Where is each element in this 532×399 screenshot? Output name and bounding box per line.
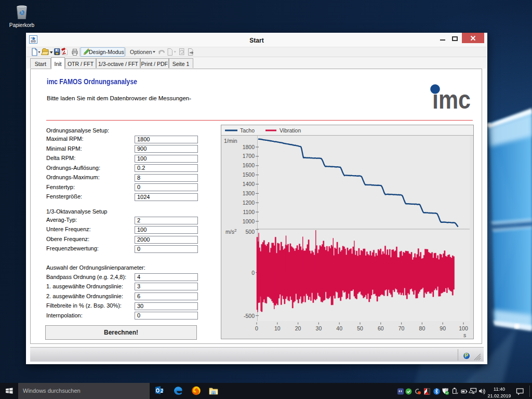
- svg-text:1300: 1300: [243, 190, 255, 196]
- svg-text:0: 0: [251, 270, 255, 276]
- svg-text:70: 70: [398, 325, 405, 331]
- svg-text:1800: 1800: [243, 144, 255, 150]
- svg-text:Tacho: Tacho: [240, 127, 255, 134]
- svg-text:ımc: ımc: [432, 85, 471, 112]
- svg-text:1600: 1600: [243, 162, 255, 168]
- svg-text:-500: -500: [244, 313, 255, 319]
- svg-text:Vibration: Vibration: [280, 127, 301, 134]
- svg-text:1700: 1700: [243, 153, 255, 159]
- svg-text:40: 40: [336, 325, 342, 331]
- svg-text:1000: 1000: [243, 218, 255, 224]
- svg-text:60: 60: [378, 325, 384, 331]
- svg-text:50: 50: [357, 325, 363, 331]
- svg-text:1200: 1200: [243, 200, 255, 206]
- svg-text:1/min: 1/min: [224, 138, 237, 144]
- svg-text:1100: 1100: [243, 209, 255, 215]
- svg-text:s: s: [463, 332, 466, 338]
- svg-text:500: 500: [245, 229, 255, 235]
- svg-text:20: 20: [295, 325, 301, 331]
- svg-text:90: 90: [440, 325, 446, 331]
- svg-text:10: 10: [274, 325, 281, 331]
- svg-text:100: 100: [459, 325, 468, 331]
- svg-text:Optionen: Optionen: [130, 49, 152, 55]
- svg-text:1500: 1500: [243, 171, 255, 178]
- svg-text:1400: 1400: [243, 181, 255, 187]
- svg-text:0: 0: [255, 325, 258, 331]
- svg-text:30: 30: [316, 325, 322, 331]
- svg-text:Design-Modus: Design-Modus: [89, 49, 124, 55]
- svg-text:80: 80: [419, 325, 425, 331]
